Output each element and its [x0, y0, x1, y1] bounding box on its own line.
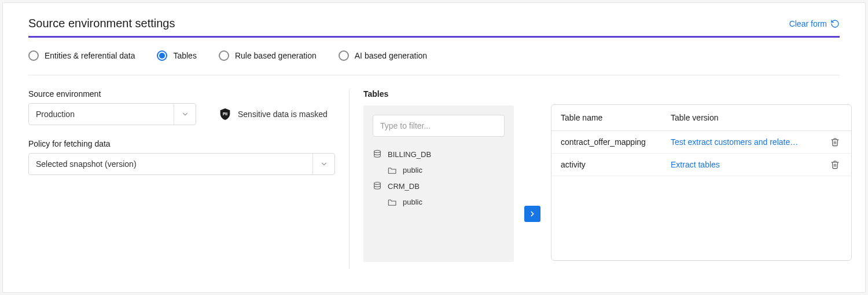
svg-text:PII: PII: [223, 112, 227, 116]
source-env-value: Production: [29, 110, 174, 119]
delete-row-button[interactable]: [828, 159, 842, 170]
table-row: contract_offer_mapping Test extract cust…: [551, 131, 851, 154]
source-env-row: Production PII Sensitive data is masked: [28, 103, 335, 125]
radio-icon: [339, 50, 349, 61]
svg-point-2: [374, 182, 381, 184]
col-table-name: Table name: [561, 113, 671, 122]
database-icon: [373, 181, 382, 191]
pii-shield-icon: PII: [219, 108, 231, 121]
col-table-version: Table version: [671, 113, 842, 122]
left-column: Source environment Production PII: [28, 89, 350, 269]
cell-table-version[interactable]: Test extract customers and relate…: [671, 137, 828, 147]
clear-form-label: Clear form: [789, 19, 827, 28]
transfer-arrow-column: [524, 89, 540, 269]
header: Source environment settings Clear form: [28, 17, 840, 30]
tree-schema-label: public: [403, 198, 422, 206]
right-column: Tables BILLING_DB public: [350, 89, 852, 269]
tables-heading: Tables: [363, 89, 514, 99]
mode-radio-group: Entities & referential data Tables Rule …: [28, 50, 840, 75]
source-env-label: Source environment: [28, 89, 335, 99]
radio-icon: [157, 50, 167, 61]
radio-label: AI based generation: [355, 51, 427, 60]
tree-db[interactable]: CRM_DB: [373, 178, 505, 194]
policy-label: Policy for fetching data: [28, 139, 335, 148]
cell-table-version[interactable]: Extract tables: [671, 160, 828, 169]
tree-schema[interactable]: public: [373, 194, 505, 210]
settings-panel: Source environment settings Clear form E…: [2, 2, 866, 293]
source-env-select[interactable]: Production: [28, 103, 196, 125]
policy-field: Policy for fetching data Selected snapsh…: [28, 139, 335, 175]
tree-db[interactable]: BILLING_DB: [373, 146, 505, 162]
radio-label: Rule based generation: [235, 51, 317, 60]
folder-icon: [388, 198, 397, 206]
refresh-icon: [830, 19, 840, 28]
chevron-right-icon: [528, 210, 536, 218]
table-row: activity Extract tables: [551, 154, 851, 176]
tree-schema[interactable]: public: [373, 162, 505, 178]
radio-icon: [219, 50, 229, 61]
tree-db-label: BILLING_DB: [388, 150, 431, 159]
db-tree: BILLING_DB public CRM_DB public: [373, 146, 505, 210]
radio-entities[interactable]: Entities & referential data: [28, 50, 135, 61]
selected-tables-header: Table name Table version: [551, 105, 851, 131]
tree-db-label: CRM_DB: [388, 182, 420, 191]
cell-table-name: contract_offer_mapping: [561, 137, 671, 147]
page-title: Source environment settings: [28, 17, 175, 30]
policy-value: Selected snapshot (version): [29, 159, 312, 169]
header-underline: [28, 36, 840, 38]
clear-form-button[interactable]: Clear form: [789, 19, 840, 28]
radio-tables[interactable]: Tables: [157, 50, 196, 61]
radio-rule-based[interactable]: Rule based generation: [219, 50, 317, 61]
masked-info: PII Sensitive data is masked: [219, 108, 328, 121]
policy-select[interactable]: Selected snapshot (version): [28, 153, 335, 175]
delete-row-button[interactable]: [828, 137, 842, 147]
masked-label: Sensitive data is masked: [238, 110, 328, 119]
trash-icon: [830, 159, 840, 170]
selected-tables: Table name Table version contract_offer_…: [551, 104, 852, 261]
database-icon: [373, 150, 382, 159]
chevron-down-icon: [312, 154, 334, 174]
tree-box: BILLING_DB public CRM_DB public: [363, 105, 514, 262]
radio-label: Tables: [173, 51, 196, 60]
tree-schema-label: public: [403, 166, 422, 174]
radio-label: Entities & referential data: [45, 51, 135, 60]
radio-icon: [28, 50, 39, 61]
trash-icon: [830, 137, 840, 147]
folder-icon: [388, 166, 397, 174]
radio-ai-based[interactable]: AI based generation: [339, 50, 427, 61]
svg-point-1: [374, 150, 381, 152]
chevron-down-icon: [174, 104, 196, 125]
cell-table-name: activity: [561, 160, 671, 169]
body: Source environment Production PII: [28, 89, 840, 269]
tables-tree-section: Tables BILLING_DB public: [363, 89, 514, 269]
filter-input[interactable]: [373, 115, 505, 137]
radio-dot: [159, 53, 165, 59]
add-table-button[interactable]: [524, 206, 540, 222]
